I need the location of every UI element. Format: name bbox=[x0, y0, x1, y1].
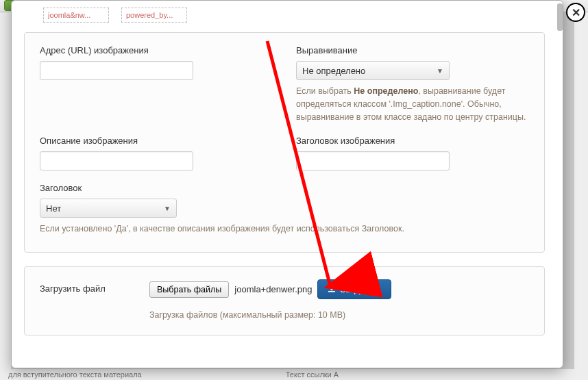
caption-help-text: Если установлено 'Да', в качестве описан… bbox=[40, 223, 519, 236]
image-title-input[interactable] bbox=[296, 151, 450, 170]
scrollbar[interactable] bbox=[557, 3, 563, 31]
upload-panel: Загрузить файл Выбрать файлы joomla+denw… bbox=[24, 266, 545, 335]
chevron-down-icon: ▼ bbox=[164, 205, 171, 212]
caption-value: Нет bbox=[46, 203, 61, 214]
align-label: Выравнивание bbox=[296, 45, 529, 55]
image-title-label: Заголовок изображения bbox=[296, 136, 529, 146]
align-value: Не определено bbox=[302, 66, 365, 76]
image-picker-modal: joomla&nw... powered_by... Адрес (URL) и… bbox=[11, 0, 563, 368]
caption-label: Заголовок bbox=[40, 183, 529, 193]
desc-input[interactable] bbox=[40, 151, 193, 170]
desc-label: Описание изображения bbox=[40, 136, 273, 146]
close-icon[interactable]: ✕ bbox=[566, 3, 585, 22]
upload-label: Загрузить файл bbox=[40, 279, 136, 294]
image-settings-panel: Адрес (URL) изображения Выравнивание Не … bbox=[24, 32, 545, 253]
thumbnail-item[interactable]: joomla&nw... bbox=[43, 8, 109, 23]
upload-button-label: Загрузить bbox=[340, 284, 380, 294]
url-label: Адрес (URL) изображения bbox=[40, 45, 273, 55]
caption-select[interactable]: Нет ▼ bbox=[40, 199, 177, 218]
thumbnail-item[interactable]: powered_by... bbox=[121, 8, 187, 23]
upload-button[interactable]: Загрузить bbox=[317, 279, 391, 299]
align-select[interactable]: Не определено ▼ bbox=[296, 61, 450, 80]
chevron-down-icon: ▼ bbox=[437, 67, 443, 75]
selected-filename: joomla+denwer.png bbox=[234, 284, 312, 294]
align-help-text: Если выбрать Не определено, выравнивание… bbox=[296, 85, 529, 123]
choose-files-button[interactable]: Выбрать файлы bbox=[149, 281, 229, 298]
upload-icon bbox=[328, 284, 336, 294]
upload-note: Загрузка файлов (максимальный размер: 10… bbox=[149, 310, 391, 320]
url-input[interactable] bbox=[40, 61, 193, 80]
thumbnail-row: joomla&nw... powered_by... bbox=[24, 8, 545, 32]
background-bottom-text: для вступительного текста материала Текс… bbox=[0, 369, 588, 380]
